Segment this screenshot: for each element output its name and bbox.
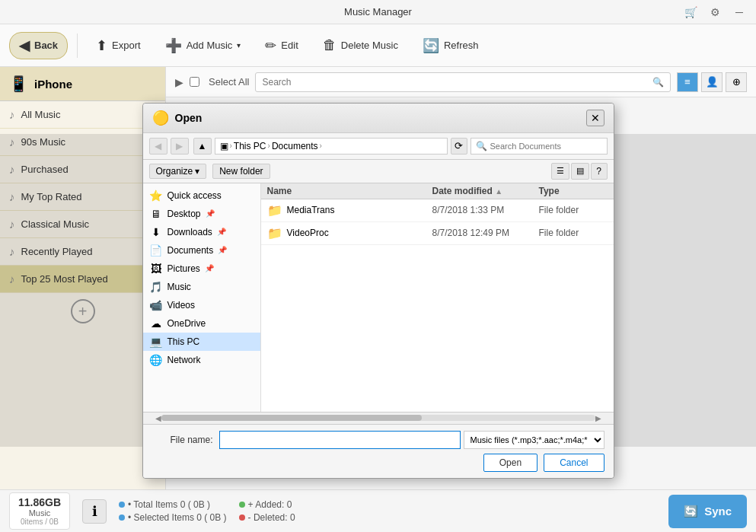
videos-icon: 📹: [149, 299, 163, 311]
items-info: • Total Items 0 ( 0B ) • Selected Items …: [119, 499, 227, 523]
folder-icon: 📁: [267, 203, 282, 218]
settings-btn[interactable]: ⚙: [704, 3, 726, 21]
content-toolbar: ▶ Select All 🔍 ≡ 👤 ⊕: [166, 67, 756, 97]
minimize-btn[interactable]: ─: [729, 3, 750, 21]
export-button[interactable]: ⬆ Export: [87, 33, 150, 59]
view-buttons: ≡ 👤 ⊕: [677, 72, 747, 92]
address-bar: ◀ ▶ ▲ ▣ › This PC › Documents › ⟳ 🔍: [143, 133, 614, 160]
add-music-button[interactable]: ➕ Add Music ▾: [156, 33, 250, 59]
back-nav-button[interactable]: ◀: [149, 138, 167, 155]
search-box: 🔍: [255, 72, 671, 92]
dropdown-icon: ▾: [195, 166, 199, 177]
scroll-thumb[interactable]: [161, 415, 422, 421]
nav-desktop[interactable]: 🖥 Desktop 📌: [143, 205, 260, 223]
delete-icon: 🗑: [323, 37, 337, 53]
file-type-select[interactable]: Music files (*.mp3;*.aac;*.m4a;*: [464, 431, 604, 449]
search-documents-input[interactable]: [490, 142, 602, 151]
cancel-button[interactable]: Cancel: [544, 454, 604, 472]
scroll-track[interactable]: [161, 415, 595, 421]
selected-items-line: • Selected Items 0 ( 0B ): [119, 512, 227, 523]
organize-button[interactable]: Organize ▾: [149, 164, 207, 179]
nav-music[interactable]: 🎵 Music: [143, 278, 260, 296]
documents-icon: 📄: [149, 244, 163, 256]
selected-items-dot: [119, 514, 125, 521]
bc-arrow2: ›: [268, 142, 270, 150]
search-input[interactable]: [262, 77, 652, 88]
col-date-header: Date modified ▲: [432, 186, 539, 196]
scroll-left-arrow[interactable]: ◀: [155, 414, 161, 422]
open-button[interactable]: Open: [483, 454, 537, 472]
sort-icon: ▲: [495, 187, 502, 196]
storage-size: 11.86GB: [16, 496, 63, 508]
breadcrumb[interactable]: ▣ › This PC › Documents ›: [215, 138, 448, 155]
nav-videos[interactable]: 📹 Videos: [143, 296, 260, 314]
onedrive-icon: ☁: [149, 317, 163, 330]
file-name-input[interactable]: [219, 431, 461, 449]
main-layout: 📱 iPhone ♪ All Music (0) ♪ 90s Music (0)…: [0, 67, 756, 489]
nav-pictures[interactable]: 🖼 Pictures 📌: [143, 260, 260, 278]
quick-access-icon: ⭐: [149, 190, 163, 202]
new-folder-button[interactable]: New folder: [212, 164, 270, 179]
storage-info: 11.86GB Music 0items / 0B: [9, 492, 70, 530]
dialog-titlebar: 🟡 Open ✕: [143, 104, 614, 133]
nav-quick-access[interactable]: ⭐ Quick access: [143, 186, 260, 205]
cart-icon-btn[interactable]: 🛒: [680, 3, 701, 21]
bottom-bar: 11.86GB Music 0items / 0B ℹ • Total Item…: [0, 489, 756, 532]
deleted-dot: [239, 514, 245, 521]
open-dialog: 🟡 Open ✕ ◀ ▶ ▲ ▣ › This PC › Documents ›…: [142, 103, 614, 479]
dialog-close-button[interactable]: ✕: [586, 110, 604, 126]
add-music-icon: ➕: [165, 37, 182, 54]
col-name-header: Name: [267, 186, 432, 196]
nav-downloads[interactable]: ⬇ Downloads 📌: [143, 223, 260, 241]
search-icon: 🔍: [652, 77, 664, 88]
search-documents-box: 🔍: [471, 138, 608, 155]
info-icon-box: ℹ: [82, 499, 107, 524]
list-view-button[interactable]: ≡: [677, 72, 698, 92]
edit-button[interactable]: ✏ Edit: [256, 33, 307, 59]
total-items-dot: [119, 502, 125, 508]
export-icon: ⬆: [96, 37, 107, 54]
view-toggle-buttons: ☰ ▤ ?: [551, 163, 608, 180]
scroll-right-arrow[interactable]: ▶: [595, 414, 601, 422]
dropdown-arrow-icon: ▾: [237, 41, 241, 49]
nav-documents[interactable]: 📄 Documents 📌: [143, 241, 260, 260]
pin-icon: 📌: [206, 209, 215, 218]
info-icon: ℹ: [92, 503, 97, 520]
nav-onedrive[interactable]: ☁ OneDrive: [143, 314, 260, 333]
sidebar-item-all-music[interactable]: ♪ All Music (0): [0, 101, 165, 129]
select-all-checkbox[interactable]: [190, 77, 199, 87]
added-dot: [239, 502, 245, 508]
edit-icon: ✏: [265, 37, 276, 54]
music-nav-icon: 🎵: [149, 281, 163, 293]
refresh-nav-button[interactable]: ⟳: [451, 138, 467, 155]
horizontal-scrollbar[interactable]: ◀ ▶: [143, 412, 614, 424]
file-name-row: File name: Music files (*.mp3;*.aac;*.m4…: [152, 431, 604, 449]
breadcrumb-documents: Documents: [272, 141, 318, 151]
file-list-header[interactable]: Name Date modified ▲ Type: [261, 183, 614, 199]
up-nav-button[interactable]: ▲: [193, 138, 212, 155]
storage-sublabel: 0items / 0B: [16, 518, 63, 526]
refresh-button[interactable]: 🔄 Refresh: [413, 33, 488, 59]
forward-nav-button[interactable]: ▶: [171, 138, 189, 155]
nav-network[interactable]: 🌐 Network: [143, 351, 260, 369]
network-icon: 🌐: [149, 354, 163, 366]
grid-view-button[interactable]: ⊕: [726, 72, 747, 92]
view-toggle-list[interactable]: ☰: [551, 163, 569, 180]
back-button[interactable]: ◀ Back: [9, 32, 68, 59]
file-name-input-wrap: Music files (*.mp3;*.aac;*.m4a;*: [219, 431, 604, 449]
sync-button[interactable]: 🔄 Sync: [668, 495, 747, 528]
delete-music-button[interactable]: 🗑 Delete Music: [314, 33, 407, 58]
help-button[interactable]: ?: [591, 163, 608, 180]
nav-this-pc[interactable]: 💻 This PC: [143, 333, 260, 351]
detail-view-button[interactable]: 👤: [701, 72, 723, 92]
file-list: Name Date modified ▲ Type 📁 MediaTrans 8…: [261, 183, 614, 412]
expand-button[interactable]: ▶: [175, 76, 183, 88]
dialog-icon: 🟡: [152, 110, 169, 126]
file-row-mediatrans[interactable]: 📁 MediaTrans 8/7/2018 1:33 PM File folde…: [261, 199, 614, 222]
file-row-videoproc[interactable]: 📁 VideoProc 8/7/2018 12:49 PM File folde…: [261, 222, 614, 245]
sync-icon: 🔄: [684, 505, 698, 518]
view-toggle-detail[interactable]: ▤: [571, 163, 589, 180]
dialog-footer: File name: Music files (*.mp3;*.aac;*.m4…: [143, 424, 614, 478]
app-title: Music Manager: [344, 6, 412, 18]
bc-arrow3: ›: [320, 142, 322, 150]
